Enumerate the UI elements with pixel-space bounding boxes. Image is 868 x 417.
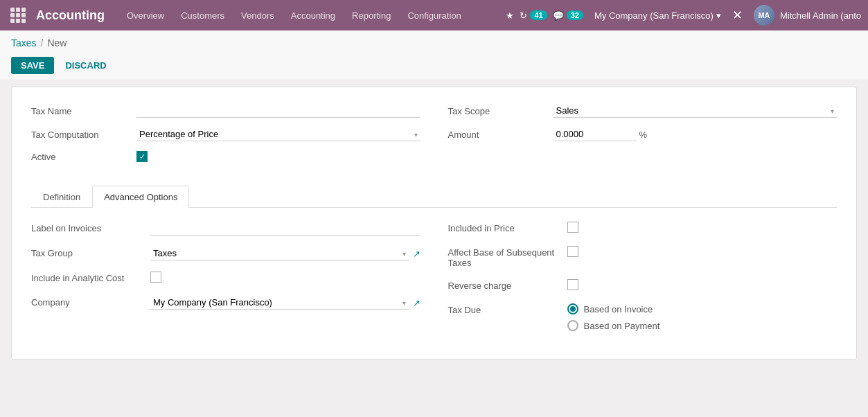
tax-scope-label: Tax Scope	[448, 106, 545, 116]
tax-group-label: Tax Group	[31, 247, 142, 258]
main-content: Tax Name Tax Computation Percentage of P…	[0, 80, 868, 373]
company-external-link[interactable]: ↗	[413, 298, 420, 308]
tax-computation-select[interactable]: Percentage of Price Fixed Percentage of …	[136, 127, 420, 141]
form-top-section: Tax Name Tax Computation Percentage of P…	[31, 104, 837, 172]
form-card: Tax Name Tax Computation Percentage of P…	[11, 87, 857, 360]
nav-customers[interactable]: Customers	[174, 10, 231, 21]
company-name: My Company (San Francisco)	[594, 10, 714, 21]
tax-scope-select[interactable]: Sales Purchases None	[553, 104, 838, 118]
avatar-image: MA	[754, 5, 774, 26]
tax-computation-label: Tax Computation	[31, 130, 128, 140]
amount-wrapper: %	[553, 127, 648, 141]
company-dropdown-icon: ▾	[716, 10, 721, 21]
label-on-invoices-label: Label on Invoices	[31, 222, 142, 233]
company-wrapper: My Company (San Francisco) ▾ ↗	[150, 296, 420, 310]
amount-row: Amount %	[448, 127, 838, 141]
affect-base-checkbox[interactable]	[567, 246, 578, 257]
reverse-charge-row: Reverse charge	[448, 279, 838, 292]
tax-due-invoice-label: Based on Invoice	[584, 304, 653, 314]
nav-configuration[interactable]: Configuration	[400, 10, 468, 21]
included-in-price-label: Included in Price	[448, 222, 559, 233]
company-switcher[interactable]: My Company (San Francisco) ▾	[594, 10, 721, 21]
nav-overview[interactable]: Overview	[120, 10, 171, 21]
company-label: Company	[31, 296, 142, 308]
advanced-right: Included in Price Affect Base of Subsequ…	[448, 222, 838, 342]
company-select[interactable]: My Company (San Francisco)	[150, 296, 409, 310]
affect-base-row: Affect Base of Subsequent Taxes	[448, 246, 838, 268]
breadcrumb-current: New	[47, 37, 67, 48]
tax-name-input[interactable]	[136, 104, 420, 118]
company-row: Company My Company (San Francisco) ▾ ↗	[31, 296, 420, 310]
tax-due-payment-label: Based on Payment	[584, 321, 660, 331]
breadcrumb-parent[interactable]: Taxes	[11, 37, 37, 48]
nav-reporting[interactable]: Reporting	[345, 10, 398, 21]
user-label[interactable]: Mitchell Admin (anto	[780, 10, 861, 21]
reverse-charge-checkbox[interactable]	[567, 279, 578, 290]
reverse-charge-value	[567, 279, 838, 292]
nav-vendors[interactable]: Vendors	[234, 10, 281, 21]
app-title: Accounting	[36, 8, 105, 23]
tabs: Definition Advanced Options	[31, 186, 837, 208]
tax-scope-wrapper: Sales Purchases None ▾	[553, 104, 838, 118]
nav-accounting[interactable]: Accounting	[284, 10, 342, 21]
tax-group-select-wrapper: Taxes ▾	[150, 247, 409, 260]
tax-group-select[interactable]: Taxes	[150, 247, 409, 260]
tax-group-external-link[interactable]: ↗	[413, 249, 420, 259]
amount-input[interactable]	[553, 127, 637, 141]
star-icon: ★	[506, 10, 514, 21]
active-checkbox[interactable]	[136, 151, 148, 162]
amount-label: Amount	[448, 130, 545, 140]
tax-group-row: Tax Group Taxes ▾ ↗	[31, 247, 420, 260]
messages-badge: 32	[567, 10, 583, 20]
form-left: Tax Name Tax Computation Percentage of P…	[31, 104, 420, 172]
app-grid-icon[interactable]	[7, 4, 29, 26]
advanced-left: Label on Invoices Tax Group Taxes ▾	[31, 222, 420, 342]
top-nav: Accounting Overview Customers Vendors Ac…	[0, 0, 868, 30]
tax-due-radio-group: Based on Invoice Based on Payment	[567, 303, 838, 331]
reverse-charge-label: Reverse charge	[448, 279, 559, 291]
label-on-invoices-value	[150, 222, 420, 236]
alerts-btn[interactable]: ↻ 41	[520, 10, 547, 21]
avatar[interactable]: MA	[754, 5, 774, 26]
tax-group-wrapper: Taxes ▾ ↗	[150, 247, 420, 260]
include-analytic-checkbox[interactable]	[150, 272, 161, 283]
advanced-options-content: Label on Invoices Tax Group Taxes ▾	[31, 222, 837, 342]
form-right: Tax Scope Sales Purchases None ▾ Amount	[448, 104, 838, 172]
messages-btn[interactable]: 💬 32	[553, 10, 583, 21]
breadcrumb: Taxes / New	[0, 30, 868, 51]
company-select-wrapper: My Company (San Francisco) ▾	[150, 296, 409, 310]
amount-suffix: %	[639, 130, 648, 140]
tax-scope-row: Tax Scope Sales Purchases None ▾	[448, 104, 838, 118]
tab-definition[interactable]: Definition	[31, 186, 92, 208]
tax-due-payment-radio[interactable]	[567, 320, 578, 331]
breadcrumb-separator: /	[41, 37, 44, 48]
toolbar: SAVE DISCARD	[0, 51, 868, 80]
alerts-badge: 41	[530, 10, 547, 20]
tax-due-invoice-radio[interactable]	[567, 303, 578, 314]
close-button[interactable]: ✕	[732, 8, 743, 23]
affect-base-label: Affect Base of Subsequent Taxes	[448, 246, 559, 268]
label-on-invoices-input[interactable]	[150, 222, 420, 236]
refresh-icon: ↻	[520, 10, 527, 21]
tax-computation-row: Tax Computation Percentage of Price Fixe…	[31, 127, 420, 141]
tax-due-value: Based on Invoice Based on Payment	[567, 303, 838, 331]
chat-icon: 💬	[553, 10, 564, 21]
included-in-price-row: Included in Price	[448, 222, 838, 235]
include-analytic-value	[150, 272, 420, 285]
include-analytic-label: Include in Analytic Cost	[31, 272, 142, 283]
save-button[interactable]: SAVE	[11, 57, 54, 74]
tax-computation-wrapper: Percentage of Price Fixed Percentage of …	[136, 127, 420, 141]
star-icon-btn[interactable]: ★	[506, 10, 514, 21]
tax-due-label: Tax Due	[448, 303, 559, 315]
included-in-price-checkbox[interactable]	[567, 222, 578, 233]
include-analytic-row: Include in Analytic Cost	[31, 272, 420, 285]
included-in-price-value	[567, 222, 838, 235]
tax-due-invoice[interactable]: Based on Invoice	[567, 303, 838, 314]
label-on-invoices-row: Label on Invoices	[31, 222, 420, 236]
tax-due-row: Tax Due Based on Invoice Based on Paymen…	[448, 303, 838, 331]
tax-due-payment[interactable]: Based on Payment	[567, 320, 838, 331]
tab-advanced-options[interactable]: Advanced Options	[92, 186, 189, 208]
active-row: Active	[31, 151, 420, 162]
tax-name-value	[136, 104, 420, 118]
discard-button[interactable]: DISCARD	[61, 57, 110, 74]
